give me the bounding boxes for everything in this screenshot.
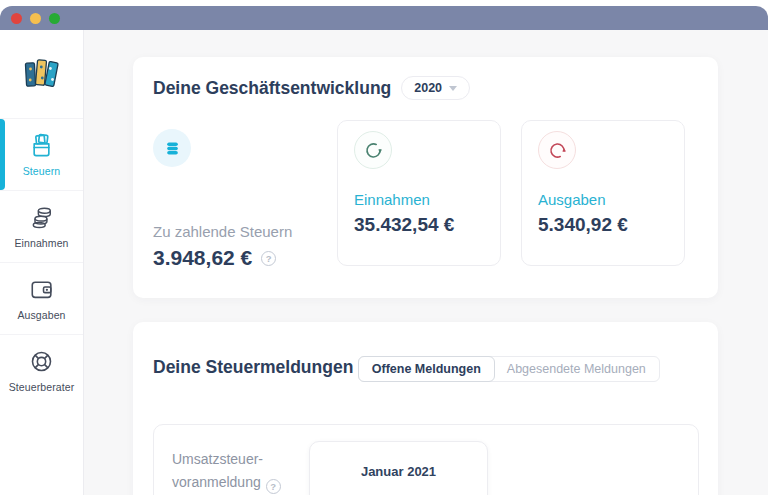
sidebar-item-steuerberater[interactable]: Steuerberater [0,334,83,406]
sidebar-item-einnahmen[interactable]: Einnahmen [0,190,83,262]
stat-value: 3.948,62 € ? [153,246,337,270]
stat-label: Einnahmen [354,191,484,208]
tax-reports-title: Deine Steuermeldungen [153,357,353,377]
app-window: Steuern Einnahmen [0,6,768,495]
sidebar-item-label: Ausgaben [17,309,65,321]
binders-logo-icon [23,56,61,93]
reports-tab-bar: Offene Meldungen Abgesendete Meldungen [358,356,660,382]
close-window-icon[interactable] [11,13,22,24]
expense-cycle-arrow-icon [538,131,576,169]
stat-value: 35.432,54 € [354,214,484,236]
report-row-vat-announcement: Umsatzsteuer- voranmeldung? Januar 2021 [153,424,699,495]
tax-box-icon [28,132,55,159]
stat-tile-expenses: Ausgaben 5.340,92 € [521,120,685,266]
tax-coins-icon [153,129,191,167]
income-cycle-arrow-icon [354,131,392,169]
help-icon[interactable]: ? [261,251,276,266]
chevron-down-icon [449,86,457,91]
year-selector-dropdown[interactable]: 2020 [401,76,470,100]
tab-open-reports[interactable]: Offene Meldungen [358,356,495,382]
minimize-window-icon[interactable] [30,13,41,24]
stat-label: Ausgaben [538,191,668,208]
wallet-icon [28,276,55,303]
app-body: Steuern Einnahmen [0,30,768,495]
zoom-window-icon[interactable] [49,13,60,24]
sidebar-item-steuern[interactable]: Steuern [0,118,83,190]
sidebar-item-label: Einnahmen [14,237,68,249]
tab-sent-reports[interactable]: Abgesendete Meldungen [494,357,659,381]
lifebuoy-icon [28,348,55,375]
sidebar-item-label: Steuern [23,165,60,177]
stat-tile-taxes-due: Zu zahlende Steuern 3.948,62 € ? [153,123,337,273]
sidebar-item-ausgaben[interactable]: Ausgaben [0,262,83,334]
window-titlebar [0,6,768,30]
help-icon[interactable]: ? [266,479,281,494]
coins-stack-icon [28,204,55,231]
year-selector-value: 2020 [414,81,442,95]
business-development-title: Deine Geschäftsentwicklung [153,78,391,99]
report-name-line1: Umsatzsteuer- [172,451,263,467]
report-period-card[interactable]: Januar 2021 [309,441,488,495]
business-development-card: Deine Geschäftsentwicklung 2020 [133,57,718,298]
stat-value: 5.340,92 € [538,214,668,236]
stat-tile-income: Einnahmen 35.432,54 € [337,120,501,266]
tax-reports-card: Deine Steuermeldungen Offene Meldungen A… [133,322,718,495]
report-name-line2: voranmeldung [172,474,261,490]
main-content: Deine Geschäftsentwicklung 2020 [84,30,768,495]
stat-value-text: 3.948,62 € [153,246,252,270]
sidebar-item-label: Steuerberater [9,381,75,393]
report-name: Umsatzsteuer- voranmeldung? [172,448,281,494]
stat-label: Zu zahlende Steuern [153,223,337,240]
app-logo [0,30,83,118]
sidebar: Steuern Einnahmen [0,30,84,495]
